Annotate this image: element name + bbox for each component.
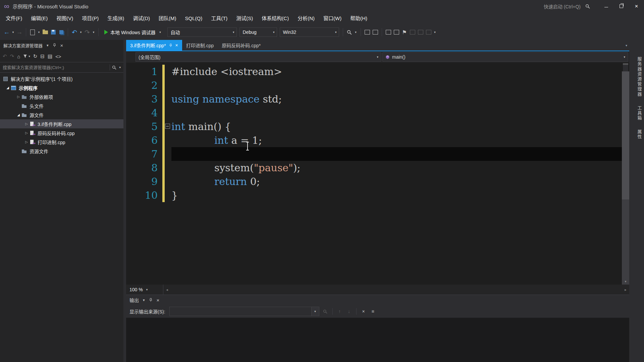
tree-item-源文件[interactable]: ◢源文件 [0,110,123,119]
outdent-icon[interactable] [393,27,400,37]
close-icon[interactable]: × [175,43,178,48]
tree-item-示例程序[interactable]: ◢示例程序 [0,83,123,92]
quick-launch-box[interactable]: 快速启动 (Ctrl+Q) [544,3,581,10]
word-wrap-icon[interactable]: ≡ [370,309,376,314]
menu-item-7[interactable]: 团队(M) [154,12,181,24]
collapsed-arrow-icon[interactable]: ▷ [23,131,30,135]
tree-item-原码反码补码.cpp[interactable]: ▷++原码反码补码.cpp [0,128,123,137]
collapsed-arrow-icon[interactable]: ▷ [23,140,30,144]
scroll-left-icon[interactable]: ◂ [163,288,171,292]
menu-item-5[interactable]: 生成(B) [103,12,128,24]
search-icon[interactable] [110,64,118,70]
menu-item-11[interactable]: 体系结构(C) [257,12,293,24]
close-icon[interactable]: × [60,43,63,48]
debug-mode-combo[interactable]: 自动▾ [167,27,237,37]
search-icon[interactable] [585,4,590,9]
tree-item-外部依赖项[interactable]: ▷外部依赖项 [0,92,123,101]
bookmark-icon[interactable]: ⚑ [401,27,408,37]
pin-icon[interactable] [149,298,153,302]
next-message-icon[interactable]: ↓ [346,309,353,314]
expanded-arrow-icon[interactable]: ◢ [5,86,11,89]
menu-item-8[interactable]: SQL(Q) [180,12,207,24]
code-line-7[interactable]: 7 [126,147,622,161]
collapsed-arrow-icon[interactable]: ▷ [15,95,21,99]
save-all-icon[interactable] [58,27,65,37]
menu-item-3[interactable]: 视图(V) [52,12,77,24]
navigate-back-icon[interactable]: ← [3,27,10,37]
tree-item-3.if条件判断.cpp[interactable]: ▷++3.if条件判断.cpp [0,119,123,128]
code-line-8[interactable]: 8system("pause"); [126,161,622,175]
toolbar-overflow-icon[interactable]: ▾ [433,27,437,37]
bookmark-prev-icon[interactable] [409,27,416,37]
search-chevron-icon[interactable]: ▾ [118,66,123,69]
code-line-6[interactable]: 6int a = 1; [126,133,622,147]
menu-item-4[interactable]: 项目(P) [77,12,103,24]
menu-item-14[interactable]: 帮助(H) [346,12,372,24]
find-message-icon[interactable] [322,309,329,314]
tree-item-打印进制.cpp[interactable]: ▷++打印进制.cpp [0,137,123,146]
tool-window-tab-工具箱[interactable]: 工具箱 [637,106,642,121]
debug-target-chevron-icon[interactable]: ▾ [158,27,162,37]
close-icon[interactable]: × [157,297,160,303]
clear-all-icon[interactable]: × [360,309,367,314]
pin-icon[interactable] [53,43,56,47]
refresh-icon[interactable]: ↻ [33,53,38,59]
search-input[interactable] [0,65,110,70]
code-line-10[interactable]: 10} [126,188,622,202]
tab-3.if条件判断.cpp*[interactable]: 3.if条件判断.cpp*× [126,40,182,51]
forward-icon[interactable]: ↷ [10,53,14,59]
vertical-scrollbar[interactable]: ▾ [622,63,629,285]
configuration-combo[interactable]: Debug▾ [239,27,277,37]
menu-item-13[interactable]: 窗口(W) [319,12,346,24]
find-chevron-icon[interactable]: ▾ [354,27,358,37]
filter-icon[interactable] [23,54,27,58]
code-line-3[interactable]: 3using namespace std; [126,92,622,106]
indent-icon[interactable] [385,27,392,37]
menu-item-12[interactable]: 分析(N) [293,12,319,24]
tab-原码反码补码.cpp*[interactable]: 原码反码补码.cpp* [218,40,265,51]
close-button[interactable]: × [629,0,644,12]
menu-item-6[interactable]: 调试(D) [128,12,154,24]
new-file-chevron-icon[interactable]: ▾ [37,27,41,37]
member-combo[interactable]: main() ▾ [382,52,628,62]
scope-combo[interactable]: (全局范围) ▾ [136,52,381,62]
save-icon[interactable] [50,27,57,37]
undo-chevron-icon[interactable]: ▾ [79,27,83,37]
open-file-icon[interactable] [42,27,49,37]
minimize-button[interactable] [599,0,614,12]
code-line-1[interactable]: 1#include <iostream> [126,65,622,78]
undo-icon[interactable]: ↶ [71,27,78,37]
navigate-forward-icon[interactable]: → [16,27,23,37]
find-in-files-icon[interactable] [346,27,353,37]
collapse-all-icon[interactable]: ⊟ [40,53,45,59]
scrollbar-track[interactable] [622,71,629,278]
splitter-handle-icon[interactable] [623,63,628,71]
collapsed-arrow-icon[interactable]: ▷ [23,122,30,126]
output-source-combo[interactable]: ▾ [169,307,319,316]
window-position-chevron-icon[interactable]: ▾ [47,43,49,48]
start-debug-button[interactable]: 本地 Windows 调试器 ▾ [102,27,165,37]
code-line-9[interactable]: 9return 0; [126,175,622,188]
window-position-chevron-icon[interactable]: ▾ [143,298,145,302]
restore-button[interactable] [614,0,629,12]
scroll-down-icon[interactable]: ▾ [622,278,629,285]
tree-item-资源文件[interactable]: 资源文件 [0,146,123,156]
scroll-right-icon[interactable]: ▸ [622,288,629,292]
code-editor[interactable]: 1#include <iostream>23using namespace st… [126,63,629,285]
bookmark-next-icon[interactable] [417,27,424,37]
redo-icon[interactable]: ↷ [84,27,91,37]
redo-chevron-icon[interactable]: ▾ [92,27,96,37]
tab-打印进制.cpp[interactable]: 打印进制.cpp [182,40,218,51]
filter-chevron-icon[interactable]: ▾ [29,55,30,58]
tool-window-tab-属性[interactable]: 属性 [637,129,642,139]
menu-item-1[interactable]: 文件(F) [1,12,26,24]
back-icon[interactable]: ↶ [3,53,7,59]
menu-item-2[interactable]: 编辑(E) [26,12,52,24]
tree-item-头文件[interactable]: 头文件 [0,101,123,110]
tab-list-chevron-icon[interactable]: ▾ [626,44,629,47]
comment-icon[interactable] [364,27,371,37]
platform-combo[interactable]: Win32▾ [280,27,339,37]
code-area[interactable]: 1#include <iostream>23using namespace st… [126,63,622,285]
pin-icon[interactable] [169,44,172,47]
code-line-2[interactable]: 2 [126,78,622,92]
